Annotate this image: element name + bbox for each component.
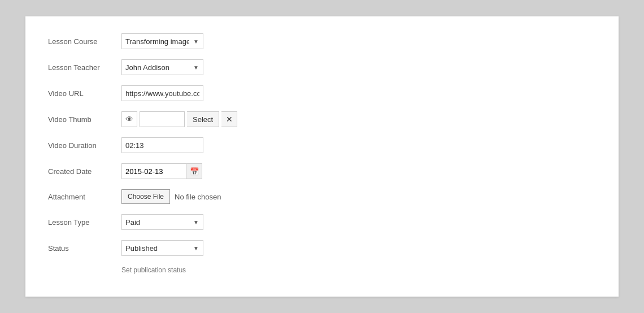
video-url-label: Video URL (48, 89, 121, 98)
video-url-row: Video URL (48, 85, 596, 101)
video-thumb-input[interactable] (140, 111, 185, 127)
status-hint: Set publication status (121, 266, 596, 274)
lesson-teacher-select-wrapper: John Addison Teacher 2 ▼ (121, 59, 203, 75)
video-thumb-eye-button[interactable]: 👁 (121, 111, 137, 127)
lesson-course-select-wrapper: Transforming images Course 2 Course 3 ▼ (121, 33, 203, 49)
date-wrapper: 📅 (121, 163, 202, 179)
status-select-wrapper: Published Draft Pending ▼ (121, 240, 203, 256)
lesson-type-select-wrapper: Paid Free ▼ (121, 214, 203, 230)
attachment-label: Attachment (48, 193, 121, 201)
calendar-button[interactable]: 📅 (186, 163, 202, 179)
attachment-file-wrapper: Choose File No file chosen (121, 189, 221, 204)
calendar-icon: 📅 (190, 167, 199, 176)
video-duration-input[interactable] (121, 137, 203, 153)
lesson-teacher-select[interactable]: John Addison Teacher 2 (121, 59, 203, 75)
attachment-row: Attachment Choose File No file chosen (48, 189, 596, 204)
video-thumb-label: Video Thumb (48, 115, 121, 124)
page-wrapper: Lesson Course Transforming images Course… (0, 0, 644, 313)
lesson-type-label: Lesson Type (48, 218, 121, 227)
created-date-input[interactable] (121, 163, 186, 179)
video-thumb-select-button[interactable]: Select (187, 111, 219, 127)
status-row: Status Published Draft Pending ▼ (48, 240, 596, 256)
form-card: Lesson Course Transforming images Course… (25, 16, 619, 297)
status-select[interactable]: Published Draft Pending (121, 240, 203, 256)
lesson-teacher-row: Lesson Teacher John Addison Teacher 2 ▼ (48, 59, 596, 75)
video-url-input[interactable] (121, 85, 203, 101)
status-label: Status (48, 244, 121, 253)
video-duration-row: Video Duration (48, 137, 596, 153)
lesson-course-row: Lesson Course Transforming images Course… (48, 33, 596, 49)
video-thumb-controls: 👁 Select ✕ (121, 111, 237, 127)
video-thumb-clear-button[interactable]: ✕ (221, 111, 237, 127)
lesson-course-label: Lesson Course (48, 37, 121, 46)
video-thumb-row: Video Thumb 👁 Select ✕ (48, 111, 596, 127)
lesson-type-select[interactable]: Paid Free (121, 214, 203, 230)
choose-file-button[interactable]: Choose File (121, 189, 170, 204)
created-date-row: Created Date 📅 (48, 163, 596, 179)
clear-icon: ✕ (226, 115, 233, 124)
lesson-teacher-label: Lesson Teacher (48, 63, 121, 72)
lesson-course-select[interactable]: Transforming images Course 2 Course 3 (121, 33, 203, 49)
eye-icon: 👁 (125, 115, 133, 124)
lesson-type-row: Lesson Type Paid Free ▼ (48, 214, 596, 230)
no-file-label: No file chosen (175, 193, 221, 201)
created-date-label: Created Date (48, 167, 121, 176)
video-duration-label: Video Duration (48, 141, 121, 150)
